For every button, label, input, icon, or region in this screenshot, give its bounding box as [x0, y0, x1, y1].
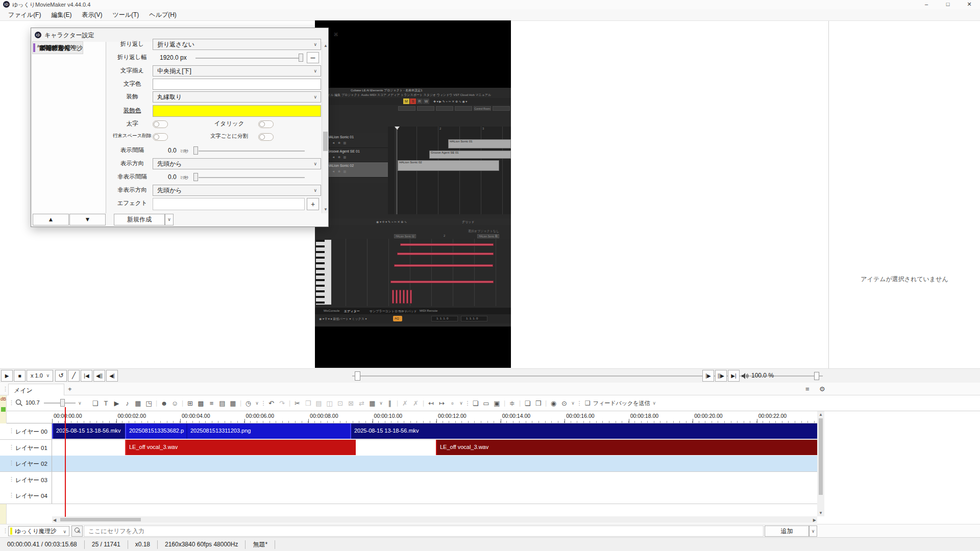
effect-item-icon[interactable]: ▩ [195, 399, 206, 407]
toolbar-grip-icon[interactable]: ⋮ [9, 399, 14, 406]
move-character-down-button[interactable]: ▼ [69, 214, 106, 226]
v-scroll-thumb[interactable] [819, 418, 823, 495]
save-project-icon[interactable]: ▣ [492, 399, 502, 407]
zoom-collapse-icon[interactable]: ∨ [78, 400, 82, 406]
frame-item-icon[interactable]: ⊞ [185, 399, 195, 407]
horizontal-scrollbar[interactable]: ◀ ▶ [52, 516, 817, 523]
dialog-scroll-thumb[interactable] [323, 132, 328, 151]
layer-grip-icon[interactable]: ⋮ [9, 460, 14, 466]
item-more-icon[interactable]: ∨ [254, 400, 260, 406]
lock-icon[interactable]: ⊠ [346, 399, 356, 407]
wrap-width-slider[interactable] [195, 58, 303, 59]
tab-grip-icon[interactable]: ⋮ [3, 386, 8, 392]
add-serif-button[interactable]: 追加 [765, 525, 809, 537]
zoom-slider[interactable] [44, 403, 76, 404]
play-button[interactable]: ▶ [1, 370, 13, 382]
timeline-clip[interactable]: 2025-08-15 13-18-56.mkv [52, 423, 125, 439]
step-forward-button[interactable]: ▶| [728, 370, 740, 382]
step-forward-button[interactable]: ||▶ [715, 370, 727, 382]
toolbar-grip-icon[interactable]: ⋮ [464, 400, 470, 407]
step-back-button[interactable]: ◀| [106, 370, 118, 382]
close-button[interactable]: ✕ [959, 0, 980, 9]
face-item-icon[interactable]: ☺ [169, 399, 180, 407]
trim-space-toggle[interactable] [153, 133, 168, 141]
snap-icon[interactable]: ▫ [447, 399, 458, 407]
hide-interval-slider[interactable] [199, 177, 305, 178]
add-tab-button[interactable]: + [68, 385, 72, 393]
gear-icon[interactable]: ⚙ [819, 385, 825, 393]
zoom-handle[interactable] [60, 399, 65, 407]
layer-header[interactable]: ⋮レイヤー 02 [7, 456, 52, 471]
camera-frame-icon[interactable]: ⊙ [559, 399, 570, 407]
menu-tools[interactable]: ツール(T) [107, 9, 144, 21]
layer-grip-icon[interactable]: ⋮ [9, 492, 14, 498]
speed-select[interactable]: x 1.0∨ [27, 370, 53, 382]
hide-direction-select[interactable]: 先頭から∨ [153, 185, 321, 196]
stop-button[interactable]: ■ [14, 370, 26, 382]
show-interval-slider[interactable] [199, 151, 305, 152]
layer-grip-icon[interactable]: ⋮ [9, 444, 14, 450]
open-project-icon[interactable]: ▭ [481, 399, 492, 407]
layer-grip-icon[interactable]: ⋮ [9, 476, 14, 483]
copy-icon[interactable]: ❒ [303, 399, 313, 407]
serif-input[interactable] [84, 525, 764, 537]
delete-group-icon[interactable]: ✗ [410, 399, 421, 407]
decoration-color-field[interactable] [153, 105, 321, 117]
tab-list-icon[interactable]: ≡ [805, 385, 810, 393]
list-item-icon[interactable]: ≡ [206, 399, 217, 407]
layer-header[interactable]: ⋮レイヤー 00 [7, 423, 52, 439]
repeat-button[interactable]: ↺ [55, 370, 67, 382]
menu-file[interactable]: ファイル(F) [3, 9, 46, 21]
effect-field[interactable] [153, 198, 305, 210]
wrap-width-handle[interactable] [299, 54, 303, 62]
wait-item-icon[interactable]: ◷ [243, 399, 254, 407]
redo-icon[interactable]: ↷ [277, 399, 287, 407]
tab-main[interactable]: メイン [8, 384, 64, 395]
scroll-up-icon[interactable]: ▲ [819, 412, 823, 417]
group-item-icon[interactable]: ▤ [217, 399, 228, 407]
screenshot-icon[interactable]: ◉ [548, 399, 559, 407]
delete-icon[interactable]: ✗ [400, 399, 410, 407]
seek-handle[interactable] [355, 371, 360, 381]
dialog-scroll-down-icon[interactable]: ▼ [324, 207, 328, 212]
paste-insert-icon[interactable]: ◫ [324, 399, 335, 407]
italic-toggle[interactable] [258, 120, 274, 128]
export-audio-icon[interactable]: ❒ [533, 399, 544, 407]
dialog-close-button[interactable]: ✕ [327, 28, 345, 41]
menu-edit[interactable]: 編集(E) [46, 9, 77, 21]
decoration-select[interactable]: 丸縁取り∨ [153, 91, 321, 103]
wrap-width-value[interactable]: 1920.0 px [160, 54, 187, 61]
playhead[interactable] [65, 407, 66, 517]
bold-toggle[interactable] [153, 120, 168, 128]
timeline-clip[interactable]: 2025081513311203.png [186, 423, 350, 439]
shape-item-icon[interactable]: ◳ [143, 399, 154, 407]
cut-icon[interactable]: ✂ [292, 399, 303, 407]
scroll-left-icon[interactable]: ◀ [53, 518, 56, 522]
voice-preview-button[interactable]: ✎ [71, 525, 83, 537]
maximize-button[interactable]: □ [937, 0, 959, 9]
scroll-down-icon[interactable]: ▼ [819, 511, 823, 515]
paste-frame-icon[interactable]: ⊡ [335, 399, 346, 407]
show-interval-value[interactable]: 0.0 [168, 147, 177, 154]
layer-grip-icon[interactable]: ⋮ [9, 428, 14, 434]
serif-grip-icon[interactable]: ⋮ [3, 528, 8, 534]
character-select[interactable]: ゆっくり魔理沙 ∨ [8, 526, 69, 536]
paste-icon[interactable]: ▤ [313, 399, 324, 407]
show-direction-select[interactable]: 先頭から∨ [153, 158, 321, 169]
undo-icon[interactable]: ↶ [266, 399, 277, 407]
align-more-icon[interactable]: ∨ [458, 400, 464, 406]
timeline-clip[interactable]: 2025-08-15 13-18-56.mkv [350, 423, 817, 439]
feedback-button[interactable]: ❑フィードバックを送信∨ [582, 399, 659, 407]
export-video-icon[interactable]: ❏ [522, 399, 533, 407]
minimize-button[interactable]: – [916, 0, 937, 9]
toolbar-grip-icon[interactable]: ⋮ [260, 400, 266, 407]
capture-more-icon[interactable]: ∨ [570, 400, 576, 406]
split-icon[interactable]: ∥ [384, 399, 395, 407]
move-right-icon[interactable]: ↦ [436, 399, 447, 407]
new-character-options-button[interactable]: ∨ [165, 214, 174, 226]
add-serif-options-button[interactable]: ∨ [809, 525, 817, 537]
split-chars-toggle[interactable] [258, 133, 274, 141]
new-project-icon[interactable]: ❏ [470, 399, 481, 407]
subtitle-item-icon[interactable]: ❑ [90, 399, 101, 407]
table-more-icon[interactable]: ∨ [378, 400, 384, 406]
